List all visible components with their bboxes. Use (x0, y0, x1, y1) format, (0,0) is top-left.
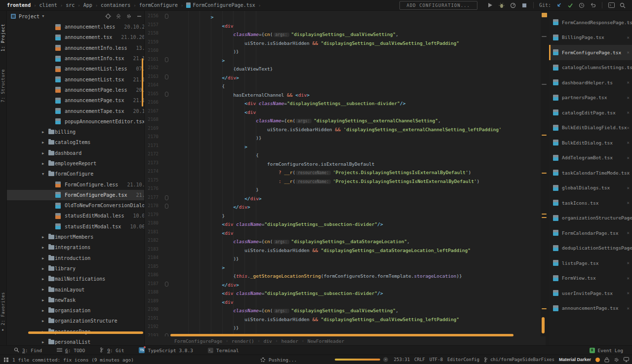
open-file-catalogColumnsSettings.tsx[interactable]: catalogColumnsSettings.tsx✕ (549, 60, 632, 75)
close-icon[interactable]: ✕ (627, 170, 630, 175)
toolwindow-button-git[interactable]: 9: Git (100, 347, 124, 354)
code-line-2187[interactable]: 2187</div> (145, 280, 546, 289)
tree-horizontal-scrollbar[interactable] (28, 331, 143, 334)
open-file-deduplicationSettingsPage.tsx[interactable]: deduplicationSettingsPage.tsx✕ (549, 241, 632, 256)
code-line-2173[interactable]: 2173formConfigureStore.isExternalByDefau… (145, 159, 546, 168)
code-line-2185[interactable]: 2185> (145, 262, 546, 271)
editor-breadcrumb-item[interactable]: FormConfigurePage (174, 338, 222, 344)
collapse-all-icon[interactable] (116, 13, 121, 19)
open-file-listsPage.tsx[interactable]: listsPage.tsx✕ (549, 255, 632, 271)
search-icon[interactable] (619, 2, 626, 9)
open-file-FormCalendarPage.tsx[interactable]: FormCalendarPage.tsx✕ (549, 225, 632, 241)
fold-marker-icon[interactable] (165, 74, 168, 79)
code-line-2159[interactable]: 2159uiStore.isSidebarHidden && "displayi… (145, 38, 546, 47)
code-line-2190[interactable]: 2190className={cn(args:"displayingSettin… (145, 305, 546, 314)
event-log-button[interactable]: 8 Event Log (590, 348, 632, 353)
chevron-collapsed-icon[interactable]: ▶ (42, 235, 44, 239)
code-line-2188[interactable]: 2188<div className="displayingSettings__… (145, 288, 546, 297)
fold-marker-icon[interactable] (165, 282, 168, 287)
cancel-progress-icon[interactable]: ✕ (383, 357, 388, 362)
code-line-2169[interactable]: 2169uiStore.isSidebarHidden && 'displayi… (145, 124, 546, 133)
close-icon[interactable]: ✕ (627, 306, 630, 311)
close-icon[interactable]: ✕ (627, 20, 630, 25)
run-icon[interactable] (487, 2, 494, 9)
close-icon[interactable]: ✕ (627, 291, 630, 295)
open-file-globalDialogs.tsx[interactable]: globalDialogs.tsx✕ (549, 181, 632, 196)
open-file-partnersPage.tsx[interactable]: partnersPage.tsx✕ (549, 90, 632, 106)
add-configuration-button[interactable]: ADD CONFIGURATION... (399, 1, 477, 10)
stripe-mark[interactable] (542, 173, 547, 174)
stripe-mark[interactable] (542, 214, 547, 215)
stripe-button-favorites[interactable]: ★ 2: Favorites (0, 292, 5, 332)
chevron-collapsed-icon[interactable]: ▶ (42, 319, 44, 323)
breadcrumb-item[interactable]: src (66, 2, 75, 8)
code-line-2160[interactable]: 2160)} (145, 46, 546, 55)
code-line-2164[interactable]: 2164{ (145, 81, 546, 90)
open-file-BulkEditDialogField.tsx[interactable]: BulkEditDialogField.tsx✕ (549, 120, 632, 136)
code-line-2177[interactable]: 2177</div> (145, 193, 546, 202)
close-icon[interactable]: ✕ (627, 50, 630, 55)
fold-marker-icon[interactable] (165, 92, 168, 97)
open-file-taskIcons.tsx[interactable]: taskIcons.tsx✕ (549, 195, 632, 211)
tree-item-announcement.less[interactable]: announcement.less20.10.2020 11 (7, 22, 144, 32)
close-icon[interactable]: ✕ (627, 276, 630, 281)
close-icon[interactable]: ✕ (627, 65, 630, 70)
fold-marker-icon[interactable] (165, 57, 168, 62)
chevron-collapsed-icon[interactable]: ▶ (42, 298, 44, 302)
editor-breadcrumb-item[interactable]: header (281, 338, 298, 344)
tree-item-catalogItems[interactable]: ▶catalogItems (7, 137, 144, 147)
code-line-2158[interactable]: 2158className={cn(args:"displayingSettin… (145, 29, 546, 38)
chevron-collapsed-icon[interactable]: ▶ (42, 277, 44, 281)
code-line-2183[interactable]: 2183uiStore.isSidebarHidden && "displayi… (145, 245, 546, 254)
tree-item-personalList[interactable]: ▶personalList (7, 337, 144, 345)
tree-item-organisation[interactable]: ▶organisation (7, 305, 144, 316)
caret-position[interactable]: 253:31 (394, 357, 410, 362)
git-branch-widget[interactable]: chi/formPageSideBarFixes (484, 357, 554, 363)
code-line-2167[interactable]: 2167<div (145, 107, 546, 116)
tree-item-announcementTape.tsx[interactable]: announcementTape.tsx20.10.2020 (7, 106, 144, 116)
stripe-mark[interactable] (542, 36, 547, 37)
breadcrumb-item[interactable]: formConfigure (139, 2, 178, 8)
toolwindow-button-terminal[interactable]: ›_Terminal (208, 348, 239, 353)
locate-icon[interactable] (105, 13, 111, 19)
chevron-collapsed-icon[interactable]: ▶ (42, 130, 44, 134)
code-line-2179[interactable]: 2179} (145, 211, 546, 219)
toolwindow-button-todo[interactable]: 6: TODO (57, 348, 85, 353)
editorconfig-widget[interactable]: EditorConfig (447, 357, 479, 362)
open-file-FormCannedResponsePage.tsx[interactable]: FormCannedResponsePage.tsx✕ (549, 15, 632, 30)
notification-dot-icon[interactable] (595, 358, 600, 362)
open-file-catalogEditPage.tsx[interactable]: catalogEditPage.tsx✕ (549, 105, 632, 120)
code-line-2162[interactable]: 2162{dualViewText} (145, 64, 546, 73)
toolwindow-button-typescript-3-8-3[interactable]: TSTypeScript 3.8.3 (139, 347, 193, 353)
close-icon[interactable]: ✕ (627, 260, 630, 265)
chevron-collapsed-icon[interactable]: ▶ (42, 246, 44, 250)
tree-item-library[interactable]: ▶library (7, 263, 144, 274)
chevron-collapsed-icon[interactable]: ▶ (42, 340, 44, 344)
code-line-2165[interactable]: 2165hasExternalChannel && <div> (145, 90, 546, 99)
code-line-2192[interactable]: 2192)} (145, 323, 546, 331)
chevron-collapsed-icon[interactable]: ▶ (42, 141, 44, 145)
tree-item-FormConfigurePage.tsx[interactable]: FormConfigurePage.tsx21.10.202 (7, 190, 144, 200)
toolwindow-switcher-icon[interactable] (4, 358, 8, 362)
chevron-expanded-icon[interactable]: ▼ (42, 172, 44, 176)
tree-item-announcementPage.less[interactable]: announcementPage.less20.10.202 (7, 85, 144, 95)
editor-breadcrumb-item[interactable]: NewFormHeader (308, 338, 344, 344)
tree-item-mainLayout[interactable]: ▶mainLayout (7, 284, 144, 294)
code-line-2175[interactable]: 2175: __r(resourceName:'Projects.Display… (145, 176, 546, 185)
history-icon[interactable] (578, 2, 585, 9)
breadcrumb-item[interactable]: frontend (7, 2, 31, 8)
tree-item-importMembers[interactable]: ▶importMembers (7, 232, 144, 242)
close-icon[interactable]: ✕ (627, 230, 630, 235)
code-line-2170[interactable]: 2170)} (145, 133, 546, 142)
gear-sync-icon[interactable] (614, 357, 619, 363)
tree-item-organizationStructure[interactable]: ▶organizationStructure (7, 316, 144, 326)
terminal-icon[interactable] (608, 2, 615, 9)
editor-breadcrumb-item[interactable]: render() (232, 338, 254, 344)
code-line-2166[interactable]: 2166<div className="displayingSettings__… (145, 98, 546, 107)
close-icon[interactable]: ✕ (627, 125, 630, 130)
close-icon[interactable]: ✕ (627, 200, 630, 205)
chevron-collapsed-icon[interactable]: ▶ (42, 288, 44, 291)
tree-item-announcementList.tsx[interactable]: announcementList.tsx21.10.202 (7, 74, 144, 84)
stripe-mark[interactable] (542, 317, 545, 333)
code-line-2171[interactable]: 2171> (145, 142, 546, 150)
